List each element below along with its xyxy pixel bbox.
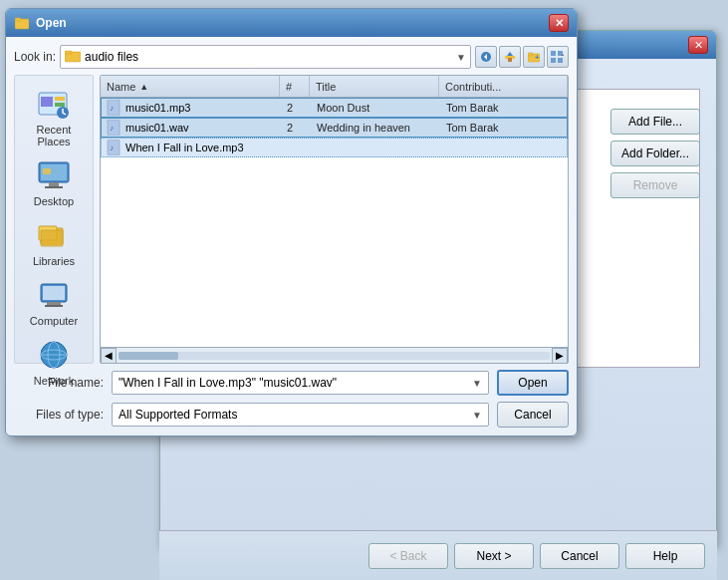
svg-rect-14 bbox=[551, 58, 556, 63]
folder-icon bbox=[65, 49, 81, 66]
lookin-label: Look in: bbox=[14, 50, 56, 64]
bottom-fields: File name: "When I Fall in Love.mp3" "mu… bbox=[14, 370, 569, 428]
sidebar: Recent Places Desktop bbox=[14, 75, 94, 364]
scroll-track[interactable] bbox=[119, 352, 550, 360]
add-folder-button[interactable]: Add Folder... bbox=[610, 141, 700, 166]
dialog-title: Open bbox=[36, 16, 549, 30]
file-name-cell: ♪ When I Fall in Love.mp3 bbox=[102, 140, 281, 155]
filename-arrow-icon: ▼ bbox=[472, 378, 482, 389]
dialog-body: Look in: audio files ▼ bbox=[6, 37, 577, 435]
open-file-dialog: Open ✕ Look in: audio files ▼ bbox=[5, 8, 578, 436]
col-header-number[interactable]: # bbox=[280, 76, 310, 97]
lookin-value: audio files bbox=[85, 50, 456, 64]
svg-rect-24 bbox=[49, 182, 59, 186]
filetype-value: All Supported Formats bbox=[119, 408, 472, 422]
nav-up-icon[interactable] bbox=[499, 46, 521, 68]
file-list: ♪ music01.mp3 2 Moon Dust Tom Barak bbox=[101, 98, 568, 347]
file-name-cell: ♪ music01.wav bbox=[102, 120, 281, 136]
svg-rect-33 bbox=[45, 305, 63, 307]
sidebar-item-recent-places[interactable]: Recent Places bbox=[18, 82, 90, 151]
svg-rect-32 bbox=[47, 302, 61, 305]
table-row[interactable]: ♪ When I Fall in Love.mp3 bbox=[101, 138, 568, 157]
bg-buttons-panel: Add File... Add Folder... Remove bbox=[610, 109, 700, 198]
svg-rect-12 bbox=[551, 51, 556, 56]
remove-button[interactable]: Remove bbox=[610, 172, 700, 198]
svg-text:♪: ♪ bbox=[110, 104, 114, 113]
table-row[interactable]: ♪ music01.wav 2 Wedding in heaven Tom Ba… bbox=[101, 118, 568, 138]
computer-icon bbox=[36, 277, 72, 313]
help-button[interactable]: Help bbox=[625, 543, 705, 569]
sidebar-label-libraries: Libraries bbox=[33, 255, 75, 267]
lookin-combo[interactable]: audio files ▼ bbox=[60, 45, 471, 69]
file-list-header: Name ▲ # Title Contributi... bbox=[101, 76, 568, 98]
scroll-thumb[interactable] bbox=[119, 352, 178, 360]
svg-rect-20 bbox=[55, 103, 65, 107]
filename-input[interactable]: "When I Fall in Love.mp3" "music01.wav" … bbox=[112, 371, 489, 395]
filename-value: "When I Fall in Love.mp3" "music01.wav" bbox=[119, 376, 472, 390]
table-row[interactable]: ♪ music01.mp3 2 Moon Dust Tom Barak bbox=[101, 98, 568, 118]
svg-marker-7 bbox=[507, 52, 513, 56]
col-header-contributor[interactable]: Contributi... bbox=[439, 76, 568, 97]
svg-rect-29 bbox=[41, 230, 63, 246]
nav-back-icon[interactable] bbox=[475, 46, 497, 68]
filename-label: File name: bbox=[14, 376, 104, 390]
sidebar-label-desktop: Desktop bbox=[34, 195, 74, 207]
svg-rect-13 bbox=[558, 51, 563, 56]
lookin-arrow-icon: ▼ bbox=[456, 52, 466, 63]
bottom-nav-bar: < Back Next > Cancel Help bbox=[159, 530, 717, 580]
add-file-button[interactable]: Add File... bbox=[610, 109, 700, 135]
dialog-close-button[interactable]: ✕ bbox=[549, 14, 569, 32]
network-icon bbox=[36, 337, 72, 373]
file-list-container: Name ▲ # Title Contributi... ♪ bbox=[100, 75, 569, 364]
svg-rect-31 bbox=[43, 286, 65, 300]
main-area: Recent Places Desktop bbox=[14, 75, 569, 364]
svg-text:+: + bbox=[535, 53, 540, 62]
svg-rect-25 bbox=[45, 186, 63, 188]
back-button[interactable]: < Back bbox=[368, 543, 448, 569]
svg-rect-8 bbox=[508, 58, 512, 62]
scroll-right-button[interactable]: ▶ bbox=[552, 348, 568, 364]
desktop-icon bbox=[36, 157, 72, 193]
filetype-arrow-icon: ▼ bbox=[472, 410, 482, 421]
col-header-title[interactable]: Title bbox=[310, 76, 439, 97]
svg-text:♪: ♪ bbox=[110, 124, 114, 133]
filename-row: File name: "When I Fall in Love.mp3" "mu… bbox=[14, 370, 569, 396]
toolbar-buttons: + bbox=[475, 46, 569, 68]
dialog-titlebar: Open ✕ bbox=[6, 9, 577, 37]
dialog-cancel-button[interactable]: Cancel bbox=[497, 402, 569, 428]
bg-close-button[interactable]: ✕ bbox=[688, 36, 708, 54]
col-header-name[interactable]: Name ▲ bbox=[101, 76, 280, 97]
scroll-left-button[interactable]: ◀ bbox=[101, 348, 117, 364]
open-button[interactable]: Open bbox=[497, 370, 569, 396]
libraries-icon bbox=[36, 217, 72, 253]
svg-rect-15 bbox=[558, 58, 563, 63]
sidebar-label-computer: Computer bbox=[30, 315, 78, 327]
sidebar-item-computer[interactable]: Computer bbox=[18, 273, 90, 331]
svg-rect-3 bbox=[65, 51, 72, 54]
svg-rect-18 bbox=[41, 97, 53, 107]
svg-rect-10 bbox=[528, 53, 533, 56]
svg-rect-1 bbox=[15, 18, 21, 21]
next-button[interactable]: Next > bbox=[454, 543, 534, 569]
filetype-row: Files of type: All Supported Formats ▼ C… bbox=[14, 402, 569, 428]
horizontal-scrollbar: ◀ ▶ bbox=[101, 347, 568, 363]
svg-text:♪: ♪ bbox=[110, 144, 114, 152]
sidebar-item-libraries[interactable]: Libraries bbox=[18, 213, 90, 271]
sidebar-item-desktop[interactable]: Desktop bbox=[18, 153, 90, 211]
dialog-folder-icon bbox=[14, 15, 30, 31]
view-options-icon[interactable] bbox=[547, 46, 569, 68]
file-name-cell: ♪ music01.mp3 bbox=[102, 100, 281, 116]
sidebar-label-recent: Recent Places bbox=[22, 124, 86, 147]
new-folder-icon[interactable]: + bbox=[523, 46, 545, 68]
svg-rect-19 bbox=[55, 97, 65, 101]
lookin-bar: Look in: audio files ▼ bbox=[14, 45, 569, 69]
filetype-select[interactable]: All Supported Formats ▼ bbox=[112, 403, 489, 427]
cancel-button[interactable]: Cancel bbox=[540, 543, 619, 569]
svg-rect-26 bbox=[43, 168, 51, 174]
filetype-label: Files of type: bbox=[14, 408, 104, 422]
recent-places-icon bbox=[36, 86, 72, 122]
